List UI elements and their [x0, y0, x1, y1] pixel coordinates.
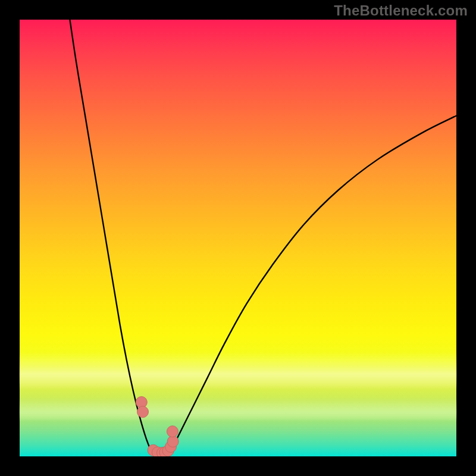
curve-right-branch	[170, 115, 456, 452]
data-point-marker	[137, 406, 148, 418]
data-point-marker	[167, 426, 178, 437]
data-point-marker	[167, 436, 178, 447]
chart-frame: TheBottleneck.com	[0, 0, 476, 476]
plot-area	[20, 20, 456, 456]
curve-left-branch	[70, 20, 151, 452]
watermark-text: TheBottleneck.com	[334, 2, 468, 19]
chart-svg	[20, 20, 456, 456]
